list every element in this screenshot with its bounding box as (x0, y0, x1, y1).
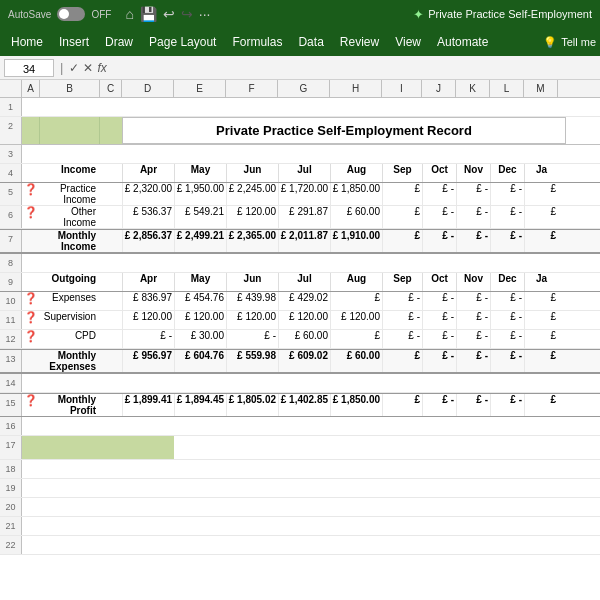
row-practice-income: 5 ❓ Practice Income £ 2,320.00 £ 1,950.0… (0, 183, 600, 206)
help-icon-practice[interactable]: ❓ (22, 183, 40, 205)
menu-automate[interactable]: Automate (430, 32, 495, 52)
green-bottom-c (100, 436, 122, 459)
undo-icon[interactable]: ↩ (163, 6, 175, 22)
monthly-expenses-label: Monthly Expenses (40, 350, 100, 372)
tell-me-box[interactable]: 💡 Tell me (543, 36, 596, 49)
monthly-expenses-jul: £ 609.02 (278, 350, 330, 372)
checkmark-icon[interactable]: ✓ (69, 61, 79, 75)
row-num-11: 11 (0, 311, 22, 329)
green-bottom-d (122, 436, 174, 459)
row-gap1: 3 (0, 145, 600, 164)
monthly-expenses-dec: £ - (490, 350, 524, 372)
cpd-ja: £ (524, 330, 558, 348)
col-header-M[interactable]: M (524, 80, 558, 97)
menu-review[interactable]: Review (333, 32, 386, 52)
col-header-B[interactable]: B (40, 80, 100, 97)
monthly-profit-ja: £ (524, 394, 558, 416)
help-icon-supervision[interactable]: ❓ (22, 311, 40, 329)
col-jun-header: Jun (226, 164, 278, 182)
redo-icon[interactable]: ↪ (181, 6, 193, 22)
col-header-I[interactable]: I (382, 80, 422, 97)
row-num-10: 10 (0, 292, 22, 310)
col-header-F[interactable]: F (226, 80, 278, 97)
other-income-nov: £ - (456, 206, 490, 228)
green-bottom-b (40, 436, 100, 459)
other-income-label: Other Income (40, 206, 100, 228)
col-sep-header: Sep (382, 164, 422, 182)
col-header-J[interactable]: J (422, 80, 456, 97)
row-19: 19 (0, 479, 600, 498)
row-other-income: 6 ❓ Other Income £ 536.37 £ 549.21 £ 120… (0, 206, 600, 229)
monthly-expenses-sep: £ (382, 350, 422, 372)
practice-income-jul: £ 1,720.00 (278, 183, 330, 205)
more-icon[interactable]: ··· (199, 6, 211, 22)
gap-4 (100, 164, 122, 182)
row-gap3: 14 (0, 374, 600, 393)
help-icon-cpd[interactable]: ❓ (22, 330, 40, 348)
monthly-expenses-nov: £ - (456, 350, 490, 372)
home-icon[interactable]: ⌂ (125, 6, 133, 22)
col-header-H[interactable]: H (330, 80, 382, 97)
row-num-14: 14 (0, 374, 22, 392)
col-header-A[interactable]: A (22, 80, 40, 97)
cell-reference-box[interactable]: 34 (4, 59, 54, 77)
row22-content (22, 536, 600, 554)
help-icon-expenses[interactable]: ❓ (22, 292, 40, 310)
monthly-expenses-may: £ 604.76 (174, 350, 226, 372)
row-num-20: 20 (0, 498, 22, 516)
cancel-icon[interactable]: ✕ (83, 61, 93, 75)
row-num-18: 18 (0, 460, 22, 478)
col-header-rownum (0, 80, 22, 97)
row-num-8: 8 (0, 254, 22, 272)
menu-bar: Home Insert Draw Page Layout Formulas Da… (0, 28, 600, 56)
col-header-C[interactable]: C (100, 80, 122, 97)
practice-income-apr: £ 2,320.00 (122, 183, 174, 205)
practice-income-jun: £ 2,245.00 (226, 183, 278, 205)
monthly-profit-apr: £ 1,899.41 (122, 394, 174, 416)
monthly-profit-may: £ 1,894.45 (174, 394, 226, 416)
col-jun-out: Jun (226, 273, 278, 291)
other-income-may: £ 549.21 (174, 206, 226, 228)
other-income-dec: £ - (490, 206, 524, 228)
col-oct-out: Oct (422, 273, 456, 291)
autosave-toggle[interactable] (57, 7, 85, 21)
monthly-expenses-jun: £ 559.98 (226, 350, 278, 372)
row-num-22: 22 (0, 536, 22, 554)
menu-data[interactable]: Data (291, 32, 330, 52)
monthly-profit-dec: £ - (490, 394, 524, 416)
other-income-apr: £ 536.37 (122, 206, 174, 228)
col-header-L[interactable]: L (490, 80, 524, 97)
cpd-sep: £ - (382, 330, 422, 348)
row-cpd: 12 ❓ CPD £ - £ 30.00 £ - £ 60.00 £ £ - £… (0, 330, 600, 349)
menu-formulas[interactable]: Formulas (225, 32, 289, 52)
menu-home[interactable]: Home (4, 32, 50, 52)
col-header-K[interactable]: K (456, 80, 490, 97)
cpd-oct: £ - (422, 330, 456, 348)
row-18: 18 (0, 460, 600, 479)
monthly-profit-nov: £ - (456, 394, 490, 416)
income-label: Income (40, 164, 100, 182)
col-a-4 (22, 164, 40, 182)
help-icon-profit[interactable]: ❓ (22, 394, 40, 416)
help-icon-other[interactable]: ❓ (22, 206, 40, 228)
row-num-5: 5 (0, 183, 22, 205)
monthly-expenses-apr: £ 956.97 (122, 350, 174, 372)
supervision-aug: £ 120.00 (330, 311, 382, 329)
spreadsheet-title: Private Practice Self-Employment Record (122, 117, 566, 144)
formula-bar: 34 | ✓ ✕ fx (0, 56, 600, 80)
menu-view[interactable]: View (388, 32, 428, 52)
col-header-D[interactable]: D (122, 80, 174, 97)
menu-page-layout[interactable]: Page Layout (142, 32, 223, 52)
green-col-A (22, 117, 40, 144)
monthly-profit-oct: £ - (422, 394, 456, 416)
row-gap2: 8 (0, 254, 600, 273)
toggle-state-label: OFF (91, 9, 111, 20)
practice-income-nov: £ - (456, 183, 490, 205)
expenses-ja: £ (524, 292, 558, 310)
save-icon[interactable]: 💾 (140, 6, 157, 22)
menu-draw[interactable]: Draw (98, 32, 140, 52)
col-header-E[interactable]: E (174, 80, 226, 97)
menu-insert[interactable]: Insert (52, 32, 96, 52)
col-header-G[interactable]: G (278, 80, 330, 97)
cpd-jul: £ 60.00 (278, 330, 330, 348)
